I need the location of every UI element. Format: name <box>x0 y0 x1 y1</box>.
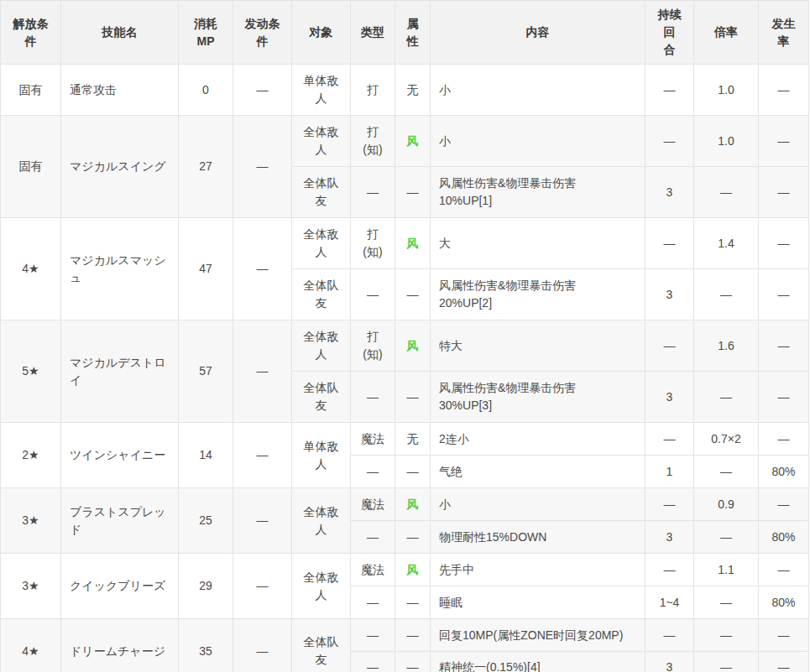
type-cell: 打 (知) <box>351 116 395 167</box>
unlock-cell: 5★ <box>1 320 61 423</box>
skill-name-cell: ツインシャイニー <box>61 423 179 488</box>
skill-row: 4★マジカルスマッシ ュ47—全体敌 人打 (知)风大—1.4— <box>1 218 809 269</box>
col-target: 对象 <box>292 1 351 65</box>
rate-cell: 80% <box>759 456 809 488</box>
target-cell: 全体敌 人 <box>292 218 351 269</box>
skill-name-cell: マジカルスマッシ ュ <box>61 218 179 320</box>
mp-cell: 0 <box>179 65 233 116</box>
skill-row: 4★ドリームチャージ35—全体队 友——回复10MP(属性ZONE时回复20MP… <box>1 619 809 652</box>
skill-name-cell: マジカルスイング <box>61 116 179 218</box>
attribute-cell-wind: 风 <box>395 218 431 269</box>
multiplier-cell: 1.4 <box>694 218 759 269</box>
type-cell: — <box>351 521 395 554</box>
col-unlock-condition: 解放条 件 <box>1 1 61 65</box>
mp-cell: 35 <box>179 619 233 672</box>
multiplier-cell: — <box>694 372 759 423</box>
multiplier-cell: — <box>694 521 759 554</box>
turns-cell: 3 <box>645 269 694 320</box>
turns-cell: — <box>645 218 694 269</box>
multiplier-cell: — <box>694 586 759 619</box>
skill-name-cell: 通常攻击 <box>61 65 179 116</box>
col-attribute: 属 性 <box>395 1 431 65</box>
skill-name-cell: マジカルデストロ イ <box>61 320 179 423</box>
rate-cell: 80% <box>759 521 809 554</box>
mp-cell: 57 <box>179 320 233 423</box>
type-cell: — <box>351 269 395 320</box>
attribute-cell: — <box>395 521 431 554</box>
skill-row: 2★ツインシャイニー14—单体敌 人魔法无2连小—0.7×2— <box>1 423 809 456</box>
turns-cell: — <box>645 619 694 652</box>
content-cell: 大 <box>431 218 645 269</box>
unlock-cell: 3★ <box>1 488 61 554</box>
type-cell: — <box>351 586 395 619</box>
skill-table-section: 解放条 件技能名消耗 MP发动条 件对象类型属 性内容持续回 合倍率发生 率 固… <box>0 0 810 672</box>
rate-cell: — <box>759 652 809 672</box>
turns-cell: 3 <box>645 652 694 672</box>
skill-name-cell: ドリームチャージ <box>61 619 179 672</box>
skill-row: 固有通常攻击0—单体敌 人打无小—1.0— <box>1 65 809 116</box>
turns-cell: — <box>645 320 694 372</box>
skill-row: 3★クイックブリーズ29—全体敌 人魔法风先手中—1.1— <box>1 554 809 586</box>
target-cell: 单体敌 人 <box>292 65 351 116</box>
mp-cell: 25 <box>179 488 233 554</box>
multiplier-cell: 1.6 <box>694 320 759 372</box>
attribute-cell: 无 <box>395 65 431 116</box>
content-cell: 2连小 <box>431 423 645 456</box>
unlock-cell: 2★ <box>1 423 61 488</box>
content-cell: 风属性伤害&物理暴击伤害 30%UP[3] <box>431 372 645 423</box>
mp-cell: 14 <box>179 423 233 488</box>
rate-cell: — <box>759 423 809 456</box>
type-cell: 魔法 <box>351 488 395 521</box>
content-cell: 先手中 <box>431 554 645 586</box>
col-multiplier: 倍率 <box>694 1 759 65</box>
rate-cell: — <box>759 116 809 167</box>
skill-name-cell: ブラストスプレッ ド <box>61 488 179 554</box>
rate-cell: — <box>759 65 809 116</box>
unlock-cell: 4★ <box>1 218 61 320</box>
target-cell: 全体敌 人 <box>292 320 351 372</box>
target-cell: 全体敌 人 <box>292 554 351 619</box>
turns-cell: — <box>645 423 694 456</box>
turns-cell: 1 <box>645 456 694 488</box>
target-cell: 全体队 友 <box>292 269 351 320</box>
unlock-cell: 固有 <box>1 65 61 116</box>
turns-cell: 3 <box>645 372 694 423</box>
attribute-cell: — <box>395 372 431 423</box>
rate-cell: — <box>759 320 809 372</box>
condition-cell: — <box>233 619 292 672</box>
content-cell: 小 <box>431 488 645 521</box>
multiplier-cell: 1.0 <box>694 116 759 167</box>
skill-row: 固有マジカルスイング27—全体敌 人打 (知)风小—1.0— <box>1 116 809 167</box>
condition-cell: — <box>233 423 292 488</box>
attribute-cell: — <box>395 619 431 652</box>
target-cell: 全体队 友 <box>292 619 351 672</box>
type-cell: — <box>351 372 395 423</box>
mp-cell: 47 <box>179 218 233 320</box>
content-cell: 风属性伤害&物理暴击伤害 20%UP[2] <box>431 269 645 320</box>
type-cell: — <box>351 619 395 652</box>
attribute-cell: — <box>395 456 431 488</box>
attribute-cell-wind: 风 <box>395 554 431 586</box>
content-cell: 小 <box>431 65 645 116</box>
col-occurrence-rate: 发生 率 <box>759 1 809 65</box>
skill-row: 5★マジカルデストロ イ57—全体敌 人打 (知)风特大—1.6— <box>1 320 809 372</box>
condition-cell: — <box>233 116 292 218</box>
multiplier-cell: 0.9 <box>694 488 759 521</box>
type-cell: — <box>351 167 395 218</box>
unlock-cell: 固有 <box>1 116 61 218</box>
turns-cell: 3 <box>645 521 694 554</box>
type-cell: 魔法 <box>351 554 395 586</box>
rate-cell: 80% <box>759 586 809 619</box>
rate-cell: — <box>759 167 809 218</box>
turns-cell: 3 <box>645 167 694 218</box>
type-cell: — <box>351 652 395 672</box>
attribute-cell: — <box>395 167 431 218</box>
type-cell: 打 <box>351 65 395 116</box>
skill-table-header: 解放条 件技能名消耗 MP发动条 件对象类型属 性内容持续回 合倍率发生 率 <box>1 1 809 65</box>
col-duration-turns: 持续回 合 <box>645 1 694 65</box>
rate-cell: — <box>759 554 809 586</box>
type-cell: 打 (知) <box>351 320 395 372</box>
multiplier-cell: — <box>694 269 759 320</box>
attribute-cell: — <box>395 269 431 320</box>
condition-cell: — <box>233 554 292 619</box>
